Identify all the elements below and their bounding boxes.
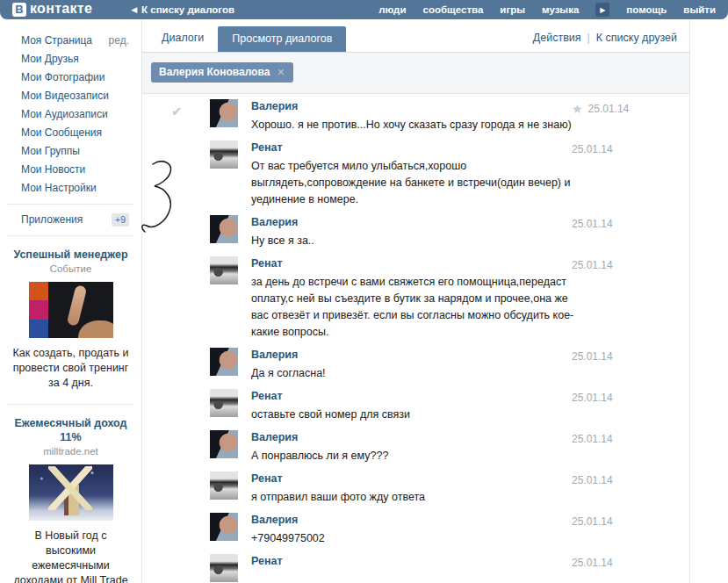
tab-view-dialogs[interactable]: Просмотр диалогов	[218, 26, 346, 52]
ad-subtitle: Событие	[11, 263, 130, 274]
author-link[interactable]: Ренат	[251, 140, 578, 155]
message-text: +79049975002	[251, 530, 578, 547]
back-to-dialogs-link[interactable]: ◀ К списку диалогов	[131, 4, 234, 15]
message-text: От вас требуется мило улыбаться,хорошо в…	[251, 158, 578, 208]
sidebar-item-label: Моя Страница	[21, 34, 92, 47]
avatar[interactable]	[210, 554, 238, 582]
close-icon[interactable]: ✕	[277, 67, 285, 78]
message-row: Ренат 25.01.14	[142, 551, 689, 583]
select-gutter	[142, 513, 210, 547]
author-link[interactable]: Валерия	[251, 215, 578, 230]
sidebar-item-photos[interactable]: Мои Фотографии	[0, 68, 141, 87]
message-text: А понравлюсь ли я ему???	[251, 448, 578, 464]
color-strip	[29, 282, 48, 338]
select-gutter	[142, 215, 210, 249]
avatar[interactable]	[210, 140, 238, 169]
top-header: В контакте ◀ К списку диалогов люди сооб…	[0, 0, 728, 19]
select-gutter	[142, 348, 210, 382]
nav-more-button[interactable]: ▶	[595, 3, 609, 17]
sidebar-item-settings[interactable]: Мои Настройки	[0, 179, 141, 198]
nav-item-help[interactable]: помощь	[626, 4, 667, 15]
ad-block-milltrade: Ежемесячный доход 11% milltrade.net В Но…	[0, 411, 141, 583]
author-link[interactable]: Валерия	[251, 513, 578, 528]
sidebar: ред. Моя Страница Мои Друзья Мои Фотогра…	[0, 19, 141, 583]
ad-title-link[interactable]: Успешный менеджер	[11, 248, 130, 262]
nav-item-music[interactable]: музыка	[542, 4, 579, 15]
avatar[interactable]	[210, 256, 238, 284]
author-link[interactable]: Ренат	[251, 389, 578, 404]
ad-description: Как создать, продать и провести свой тре…	[11, 346, 130, 391]
message-date: 25.01.14	[572, 515, 613, 528]
author-link[interactable]: Валерия	[251, 348, 578, 363]
sidebar-item-label: Мои Настройки	[21, 182, 97, 194]
select-gutter	[142, 430, 210, 464]
vk-logo[interactable]: В контакте	[12, 3, 92, 17]
message-row: Ренат я отправил ваши фото жду ответа 25…	[142, 468, 689, 509]
dialog-filter-chip[interactable]: Валерия Коновалова ✕	[151, 62, 293, 83]
tab-dialogs[interactable]: Диалоги	[142, 32, 218, 52]
avatar[interactable]	[210, 348, 238, 376]
message-row: Ренат за день до встречи с вами свяжется…	[142, 253, 689, 344]
select-gutter	[142, 554, 210, 582]
message-text: Да я согласна!	[251, 365, 578, 382]
ad-image-pointing-finger[interactable]	[29, 282, 113, 338]
sidebar-item-apps[interactable]: +9 Приложения	[0, 211, 141, 229]
message-date: 25.01.14	[588, 103, 630, 115]
sidebar-item-groups[interactable]: Мои Группы	[0, 142, 141, 161]
avatar[interactable]	[210, 99, 238, 127]
message-date: 25.01.14	[572, 392, 613, 404]
message-list: ✔ Валерия Хорошо. я не против...Но хочу …	[142, 94, 689, 583]
nav-item-communities[interactable]: сообщества	[422, 4, 483, 15]
dialogs-panel: Диалоги Просмотр диалогов Действия | К с…	[141, 19, 690, 583]
avatar[interactable]	[210, 430, 238, 458]
message-row: Ренат оставьте свой номер для связи 25.0…	[142, 385, 689, 427]
message-date: 25.01.14	[572, 474, 613, 486]
author-link[interactable]: Ренат	[251, 471, 578, 486]
nav-item-logout[interactable]: выйти	[683, 4, 716, 15]
sidebar-item-news[interactable]: Мои Новости	[0, 161, 141, 179]
edit-link[interactable]: ред.	[109, 32, 129, 50]
sidebar-item-label: Мои Аудиозаписи	[21, 108, 108, 120]
top-nav: люди сообщества игры музыка ▶ помощь вый…	[378, 3, 716, 17]
author-link[interactable]: Ренат	[251, 256, 578, 271]
filter-band: Валерия Коновалова ✕	[142, 53, 689, 94]
actions-link[interactable]: Действия	[533, 32, 581, 44]
message-date: 25.01.14	[572, 350, 613, 363]
author-link[interactable]: Валерия	[251, 99, 578, 114]
sidebar-item-friends[interactable]: Мои Друзья	[0, 50, 141, 68]
sidebar-item-messages[interactable]: Мои Сообщения	[0, 124, 141, 142]
message-row: Ренат От вас требуется мило улыбаться,хо…	[142, 137, 689, 212]
forward-arrow-icon: ▶	[600, 6, 605, 14]
sidebar-item-label: Приложения	[21, 213, 83, 226]
nav-item-games[interactable]: игры	[500, 4, 525, 15]
message-date: 25.01.14	[572, 218, 613, 230]
author-link[interactable]: Валерия	[251, 430, 578, 445]
sidebar-menu: ред. Моя Страница Мои Друзья Мои Фотогра…	[0, 19, 141, 229]
ad-block-manager-event: Успешный менеджер Событие Как создать, п…	[0, 242, 141, 398]
avatar[interactable]	[210, 513, 238, 541]
check-icon[interactable]: ✔	[171, 104, 210, 119]
divider	[7, 235, 134, 236]
avatar[interactable]	[210, 471, 238, 500]
select-gutter	[142, 256, 210, 341]
hand-photo-area	[48, 282, 113, 338]
select-gutter	[142, 471, 210, 506]
tab-bar: Диалоги Просмотр диалогов Действия | К с…	[142, 19, 689, 53]
tab-actions: Действия | К списку друзей	[533, 32, 689, 52]
message-row: ✔ Валерия Хорошо. я не против...Но хочу …	[142, 96, 689, 137]
message-text: я отправил ваши фото жду ответа	[251, 489, 578, 506]
ad-image-windmill[interactable]	[29, 464, 113, 521]
avatar[interactable]	[210, 389, 238, 417]
message-text: Хорошо. я не против...Но хочу сказать ср…	[251, 117, 578, 133]
star-icon[interactable]: ★	[572, 102, 583, 116]
nav-item-people[interactable]: люди	[378, 4, 406, 15]
author-link[interactable]: Ренат	[251, 554, 578, 569]
friends-list-link[interactable]: К списку друзей	[596, 32, 677, 44]
sidebar-item-audios[interactable]: Мои Аудиозаписи	[0, 105, 141, 124]
sidebar-item-videos[interactable]: Мои Видеозаписи	[0, 87, 141, 105]
message-date: 25.01.14	[572, 433, 613, 445]
sidebar-item-my-page[interactable]: ред. Моя Страница	[0, 32, 141, 50]
ad-title-link[interactable]: Ежемесячный доход 11%	[11, 416, 130, 444]
sidebar-item-label: Мои Фотографии	[21, 71, 105, 83]
avatar[interactable]	[210, 215, 238, 243]
